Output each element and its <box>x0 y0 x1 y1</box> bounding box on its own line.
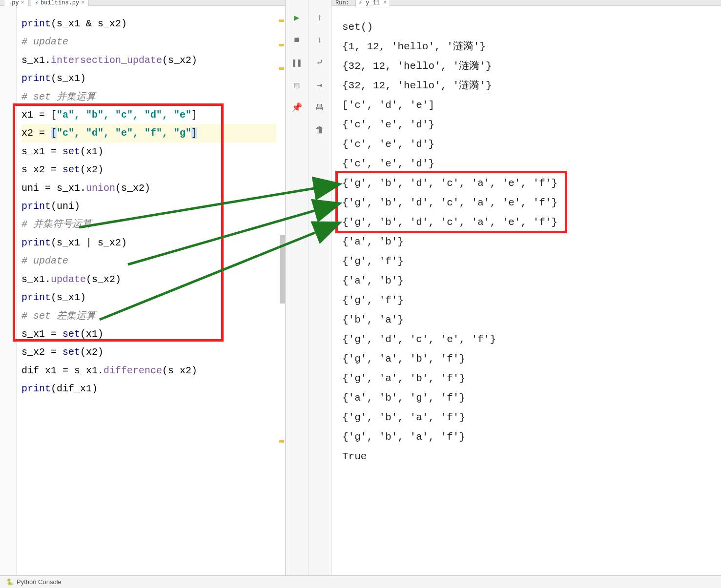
output-line: {'c', 'e', 'd'} <box>342 115 710 135</box>
output-line: {'g', 'f'} <box>342 252 710 271</box>
output-line: {32, 12, 'hello', '涟漪'} <box>342 57 710 76</box>
code-line: print(dif_x1) <box>21 380 276 398</box>
code-line: s_x2 = set(x2) <box>21 343 276 361</box>
up-arrow-icon[interactable]: ↑ <box>314 12 326 23</box>
code-line: print(s_x1 | s_x2) <box>21 234 276 252</box>
code-area[interactable]: print(s_x1 & s_x2) # update s_x1.interse… <box>21 15 276 398</box>
run-tabs: Run: ⚡ y_11 × <box>331 0 721 6</box>
output-line: set() <box>342 18 710 37</box>
scrollbar-thumb[interactable] <box>280 235 285 304</box>
output-line: ['c', 'd', 'e'] <box>342 96 710 115</box>
code-line: s_x1.update(s_x2) <box>21 270 276 288</box>
scroll-to-end-icon[interactable]: ⇥ <box>314 79 326 91</box>
soft-wrap-icon[interactable]: ⤶ <box>314 57 326 68</box>
output-line: {1, 12, 'hello', '涟漪'} <box>342 37 710 57</box>
output-line: {'g', 'b', 'a', 'f'} <box>342 408 710 427</box>
editor-pane: .py × ⚡ builtins.py × print(s_x1 & s_x2)… <box>0 0 286 588</box>
status-bar[interactable]: 🐍 Python Console <box>0 575 721 588</box>
python-console-icon: 🐍 <box>6 578 14 586</box>
status-label: Python Console <box>17 578 62 586</box>
code-line: # update <box>21 33 276 51</box>
output-line: {'g', 'b', 'd', 'c', 'a', 'e', 'f'} <box>342 213 710 232</box>
output-line: {32, 12, 'hello', '涟漪'} <box>342 76 710 96</box>
run-toolbar: ▶ ■ ❚❚ ▤ 📌 ↑ ↓ ⤶ ⇥ 🖶 🗑 <box>286 0 331 588</box>
code-line: s_x1 = set(x1) <box>21 325 276 343</box>
code-line: x1 = ["a", "b", "c", "d", "e"] <box>21 106 276 124</box>
output-line: {'g', 'b', 'a', 'f'} <box>342 427 710 447</box>
code-line: s_x2 = set(x2) <box>21 161 276 179</box>
output-line: {'g', 'f'} <box>342 291 710 310</box>
output-line: {'b', 'a'} <box>342 310 710 330</box>
code-line: # set 差集运算 <box>21 307 276 325</box>
pause-icon[interactable]: ❚❚ <box>291 57 303 68</box>
trash-icon[interactable]: 🗑 <box>314 124 326 136</box>
output-line: {'a', 'b'} <box>342 271 710 291</box>
code-line: # 并集符号运算 <box>21 215 276 233</box>
code-line: x2 = ["c", "d", "e", "f", "g"] <box>21 124 276 142</box>
code-line: print(s_x1 & s_x2) <box>21 15 276 33</box>
output-line: {'g', 'd', 'c', 'e', 'f'} <box>342 330 710 349</box>
code-line: uni = s_x1.union(s_x2) <box>21 179 276 197</box>
output-line: {'g', 'a', 'b', 'f'} <box>342 349 710 369</box>
code-line: print(uni) <box>21 197 276 215</box>
output-pane: Run: ⚡ y_11 × set() {1, 12, 'hello', '涟漪… <box>331 0 721 588</box>
editor-body[interactable]: print(s_x1 & s_x2) # update s_x1.interse… <box>0 6 285 588</box>
editor-gutter <box>0 6 17 588</box>
layout-icon[interactable]: ▤ <box>291 79 303 91</box>
run-label: Run: <box>335 0 350 6</box>
output-line: {'g', 'b', 'd', 'c', 'a', 'e', 'f'} <box>342 174 710 193</box>
output-line: {'c', 'e', 'd'} <box>342 135 710 154</box>
pin-icon[interactable]: 📌 <box>291 101 303 113</box>
print-icon[interactable]: 🖶 <box>314 101 326 113</box>
console-output[interactable]: set() {1, 12, 'hello', '涟漪'} {32, 12, 'h… <box>331 6 721 588</box>
editor-tabs: .py × ⚡ builtins.py × <box>0 0 285 6</box>
output-line: {'a', 'b'} <box>342 232 710 252</box>
down-arrow-icon[interactable]: ↓ <box>314 34 326 46</box>
code-line: dif_x1 = s_x1.difference(s_x2) <box>21 362 276 380</box>
code-line: # update <box>21 252 276 270</box>
play-icon[interactable]: ▶ <box>291 12 303 23</box>
code-line: # set 并集运算 <box>21 88 276 106</box>
output-line: {'g', 'b', 'd', 'c', 'a', 'e', 'f'} <box>342 193 710 213</box>
output-line: True <box>342 447 710 466</box>
code-line: s_x1 = set(x1) <box>21 142 276 161</box>
output-line: {'c', 'e', 'd'} <box>342 154 710 174</box>
output-line: {'a', 'b', 'g', 'f'} <box>342 388 710 408</box>
output-line: {'g', 'a', 'b', 'f'} <box>342 369 710 388</box>
code-line: s_x1.intersection_update(s_x2) <box>21 51 276 69</box>
code-line: print(s_x1) <box>21 288 276 306</box>
code-line: print(s_x1) <box>21 69 276 87</box>
stop-icon[interactable]: ■ <box>291 34 303 46</box>
